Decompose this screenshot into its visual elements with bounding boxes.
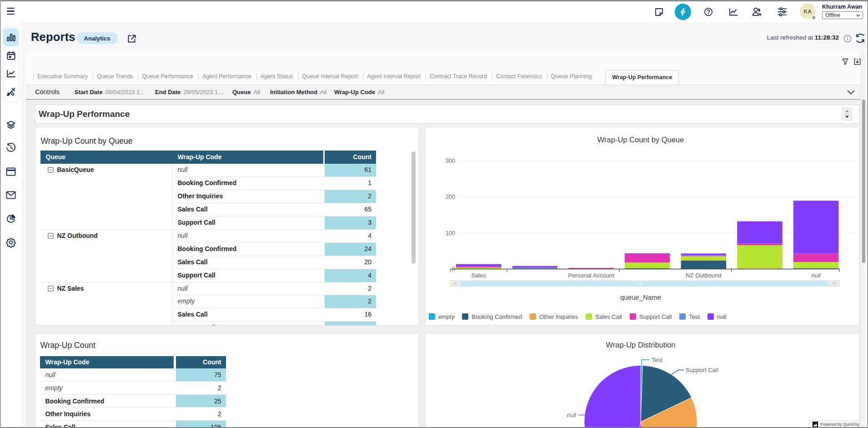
legend-swatch [586, 313, 592, 320]
collapse-icon[interactable] [48, 167, 54, 173]
bar-segment-support-call[interactable] [793, 253, 839, 262]
bolt-icon[interactable] [674, 1, 692, 22]
bar-segment-support-call[interactable] [681, 255, 727, 256]
metrics-icon[interactable] [724, 1, 743, 22]
tab-contact-forensics[interactable]: Contact Forensics [492, 73, 547, 81]
tab-queue-trends[interactable]: Queue Trends [93, 73, 138, 81]
bar-segment-sales-call[interactable] [681, 256, 727, 260]
collapse-icon[interactable] [48, 233, 54, 239]
status-select[interactable]: Offline [822, 11, 863, 19]
legend-item-null[interactable]: null [707, 313, 726, 320]
tab-agent-status[interactable]: Agent Status [256, 73, 298, 81]
sidebar-item-layers[interactable] [3, 117, 19, 133]
tab-agent-performance[interactable]: Agent Performance [198, 73, 256, 81]
legend-item-support-call[interactable]: Support Call [630, 313, 672, 320]
tab-wrap-up-performance[interactable]: Wrap-Up Performance [605, 70, 679, 85]
legend-item-booking-confirmed[interactable]: Booking Confirmed [462, 313, 522, 320]
bar-segment-sales-call[interactable] [625, 262, 670, 268]
chart-title: Wrap-Up Distribution [606, 341, 676, 349]
count-cell: 20 [325, 256, 376, 269]
chart-card-wrapup-count-by-queue: Wrap-Up Count by Queue0100200300SalesPer… [425, 127, 859, 326]
bar-segment-null[interactable] [512, 266, 558, 267]
legend-item-test[interactable]: Test [679, 313, 700, 320]
control-value-initiation-method: All [320, 89, 326, 96]
filter-icon[interactable] [842, 58, 849, 65]
collapse-icon[interactable] [48, 286, 54, 292]
bar-segment-null[interactable] [625, 253, 670, 254]
count-cell: 2 [176, 407, 226, 420]
sidebar-item-settings[interactable] [3, 234, 19, 251]
table-row: empty2 [40, 381, 226, 394]
bar-segment-booking-confirmed[interactable] [793, 268, 839, 268]
legend-item-sales-call[interactable]: Sales Call [586, 313, 622, 320]
tab-agent-interval-report[interactable]: Agent Interval Report [363, 73, 426, 81]
note-icon[interactable] [650, 1, 668, 22]
pie-slice-null[interactable] [584, 365, 641, 428]
sidebar-item-scheduler[interactable] [3, 46, 19, 65]
chart-legend: emptyBooking ConfirmedOther InquiriesSal… [429, 310, 734, 323]
pie-chart: Wrap-Up DistributionTestSupport Callnull [426, 333, 859, 428]
bar-segment-test[interactable] [681, 255, 727, 255]
wrapup-code-cell: Booking Confirmed [172, 176, 323, 190]
tab-queue-planning[interactable]: Queue Planning [547, 73, 597, 81]
tab-queue-performance[interactable]: Queue Performance [138, 73, 198, 81]
column-header-count[interactable]: Count [325, 151, 376, 164]
sidebar-item-mail[interactable] [3, 187, 19, 203]
chart-datazoom-bar[interactable] [461, 280, 828, 286]
control-wrap-up-code[interactable]: Wrap-Up CodeAll [334, 85, 385, 99]
export-icon[interactable] [854, 58, 861, 65]
control-end-date[interactable]: End Date29/05/2023 1... [155, 85, 223, 99]
info-icon[interactable] [843, 34, 852, 43]
sidebar-item-pie[interactable] [3, 211, 19, 227]
controls-expand-icon[interactable] [847, 88, 856, 97]
sliders-icon[interactable] [773, 1, 791, 22]
sidebar-item-metrics[interactable] [3, 65, 19, 83]
column-header-wrapup-code[interactable]: Wrap-Up Code [172, 151, 323, 164]
bar-segment-sales-call[interactable] [793, 262, 839, 268]
tab-contract-trace-record[interactable]: Contract Trace Record [426, 73, 492, 81]
bar-segment-null[interactable] [456, 264, 502, 266]
sidebar-item-history[interactable] [3, 140, 19, 156]
table-scrollbar[interactable] [411, 151, 416, 264]
column-header-queue[interactable]: Queue [40, 151, 172, 164]
people-icon[interactable] [748, 1, 766, 22]
bar-segment-other-inquiries[interactable] [681, 260, 727, 261]
hamburger-menu-icon[interactable] [7, 7, 16, 17]
bar-segment-null[interactable] [681, 253, 727, 255]
wrapup-code-cell: empty [172, 295, 323, 308]
bar-segment-support-call[interactable] [456, 266, 502, 267]
queue-name: BasicQueue [57, 164, 94, 176]
legend-swatch [630, 313, 636, 320]
table-row: Support Call [40, 321, 376, 326]
sheet-spinner[interactable] [842, 107, 852, 121]
tab-executive-summary[interactable]: Executive Summary [33, 73, 93, 81]
legend-swatch [462, 313, 468, 320]
legend-item-other-inquiries[interactable]: Other Inquiries [530, 313, 578, 320]
column-header-wrapup-code[interactable]: Wrap-Up Code [40, 356, 174, 368]
bar-segment-null[interactable] [737, 221, 783, 243]
control-start-date[interactable]: Start Date09/04/2023 1... [75, 85, 145, 99]
help-icon[interactable] [699, 1, 717, 22]
column-header-count[interactable]: Count [176, 356, 226, 368]
external-link-icon[interactable] [126, 33, 138, 45]
control-initiation-method[interactable]: Initiation MethodAll [270, 85, 326, 99]
sidebar-item-window[interactable] [3, 163, 19, 180]
pie-label-null: null [567, 411, 577, 418]
bar-segment-sales-call[interactable] [737, 245, 783, 268]
embed-scrollbar-track[interactable] [861, 51, 865, 428]
x-axis-title: queue_Name [620, 293, 661, 301]
bar-segment-support-call[interactable] [625, 254, 670, 262]
bar-segment-null[interactable] [793, 201, 839, 253]
tab-queue-interval-report[interactable]: Queue Interval Report [298, 73, 363, 81]
wrapup-code-cell: Sales Call [172, 256, 323, 269]
sidebar-item-designer[interactable] [3, 83, 19, 101]
legend-label: Other Inquiries [539, 313, 578, 320]
sidebar-item-reports[interactable] [3, 28, 19, 46]
embed-scrollbar-thumb[interactable] [862, 100, 865, 263]
bar-segment-support-call[interactable] [737, 243, 783, 245]
wrapup-code-cell: Other Inquiries [40, 407, 174, 420]
legend-item-empty[interactable]: empty [429, 313, 454, 320]
bar-segment-booking-confirmed[interactable] [681, 260, 727, 269]
control-queue[interactable]: QueueAll [232, 85, 260, 99]
refresh-icon[interactable] [855, 33, 866, 44]
